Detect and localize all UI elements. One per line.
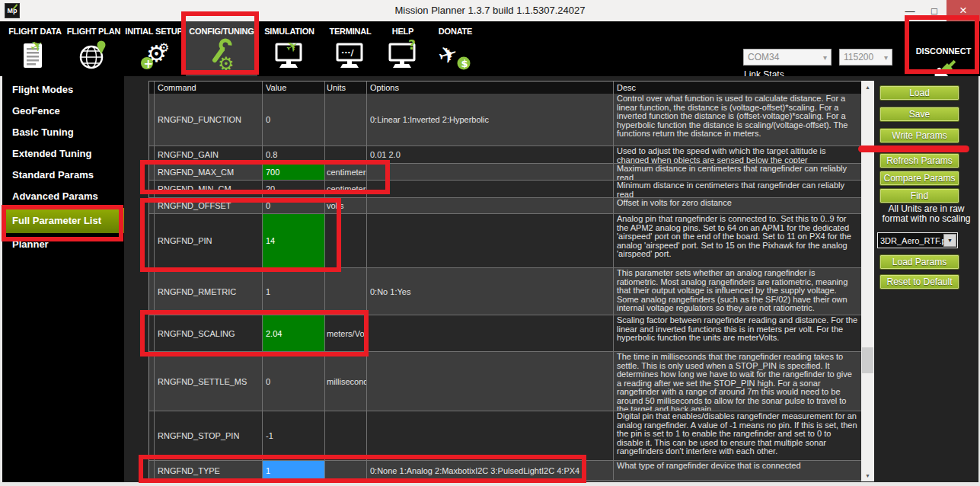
command-cell: RNGFND_PIN [155, 214, 263, 267]
param-row[interactable]: RNGFND_OFFSET 0 volts Offset in volts fo… [149, 197, 861, 213]
desc-cell: The time in milliseconds that the rangef… [614, 352, 861, 411]
row-header-cell [149, 164, 155, 180]
tab-flight-data[interactable]: FLIGHT DATA ✈ [5, 21, 65, 76]
tab-config-tuning[interactable]: CONFIG/TUNING ⚙ [186, 21, 257, 76]
options-cell [367, 411, 614, 460]
param-row[interactable]: RNGFND_GAIN 0.8 0.01 2.0 Used to adjust … [149, 145, 861, 163]
chevron-down-icon: ▾ [884, 53, 888, 62]
config-sidebar: Flight Modes GeoFence Basic Tuning Exten… [2, 76, 124, 482]
column-header-desc[interactable]: Desc [614, 82, 861, 94]
mission-planner-window: Mp Mission Planner 1.3.7 build 1.1.5307.… [0, 0, 980, 486]
sidebar-item-planner[interactable]: Planner [2, 234, 124, 255]
param-row[interactable]: RNGFND_MIN_CM 20 centimeters Minimum dis… [149, 180, 861, 197]
value-cell[interactable]: 700 [263, 164, 325, 180]
column-header-units[interactable]: Units [325, 82, 367, 94]
value-cell[interactable]: 20 [263, 181, 325, 197]
row-header-cell [149, 315, 155, 351]
param-file-value: 3DR_Aero_RTF.p [878, 236, 943, 245]
table-scrollbar[interactable]: ▲ ▼ [861, 81, 874, 481]
svg-text:⚙: ⚙ [158, 40, 169, 55]
value-cell[interactable]: 0 [263, 352, 325, 411]
row-header-cell [149, 411, 155, 460]
minimize-button[interactable]: — [898, 0, 922, 21]
param-row[interactable]: RNGFND_MAX_CM 700 centimeters Maximum di… [149, 163, 861, 180]
simulation-icon: ✈ [257, 37, 321, 75]
desc-cell: Control over what function is used to ca… [614, 94, 861, 145]
svg-text:$: $ [461, 58, 468, 69]
units-cell: volts [325, 198, 367, 213]
param-row[interactable]: RNGFND_TYPE 1 0:None 1:Analog 2:Maxbotix… [149, 460, 861, 480]
maximize-button[interactable]: □ [922, 0, 946, 21]
write-params-button[interactable]: Write Params [879, 128, 959, 143]
main-nav-bar: FLIGHT DATA ✈ FLIGHT PLAN [0, 21, 980, 76]
tab-initial-setup[interactable]: INITIAL SETUP ⚙ ⚙ + [122, 21, 186, 76]
svg-text:···/: ···/ [341, 48, 355, 58]
desc-cell: Digital pin that enables/disables rangef… [614, 411, 861, 460]
column-header-command[interactable]: Command [155, 82, 263, 94]
param-row[interactable]: RNGFND_STOP_PIN -1 Digital pin that enab… [149, 411, 861, 460]
options-cell [367, 198, 614, 213]
param-row[interactable]: RNGFND_PIN 14 Analog pin that rangefinde… [149, 213, 861, 267]
param-row[interactable]: RNGFND_SCALING 2.04 meters/Volt Scaling … [149, 315, 861, 351]
com-port-select[interactable]: COM34 ▾ [743, 49, 832, 66]
value-cell[interactable]: -1 [263, 411, 325, 460]
desc-cell: This parameter sets whether an analog ra… [614, 268, 861, 315]
command-cell: RNGFND_MAX_CM [155, 164, 263, 180]
row-header-cell [149, 181, 155, 197]
row-header-cell [149, 214, 155, 267]
sidebar-item-full-parameter-list[interactable]: Full Parameter List [2, 208, 124, 233]
dropdown-arrow-icon: ▼ [943, 234, 956, 247]
compare-params-button[interactable]: Compare Params [879, 171, 959, 186]
param-row[interactable]: RNGFND_SETTLE_MS 0 milliseconds The time… [149, 351, 861, 411]
window-border-bottom [0, 482, 980, 486]
units-cell [325, 94, 367, 145]
sidebar-item-basic-tuning[interactable]: Basic Tuning [2, 122, 124, 143]
sidebar-item-advanced-params[interactable]: Advanced Params [2, 186, 124, 207]
command-cell: RNGFND_STOP_PIN [155, 411, 263, 460]
value-cell[interactable]: 1 [263, 461, 325, 480]
sidebar-item-standard-params[interactable]: Standard Params [2, 165, 124, 186]
tab-donate[interactable]: DONATE ✈ $ [426, 21, 484, 76]
svg-text:✈: ✈ [435, 39, 461, 70]
table-body: RNGFND_FUNCTION 0 0:Linear 1:Inverted 2:… [149, 94, 861, 480]
value-cell[interactable]: 1 [263, 268, 325, 315]
value-cell[interactable]: 2.04 [263, 315, 325, 351]
command-cell: RNGFND_OFFSET [155, 198, 263, 213]
param-row[interactable]: RNGFND_FUNCTION 0 0:Linear 1:Inverted 2:… [149, 94, 861, 145]
full-parameter-table: Command Value Units Options Desc RNGFND_… [148, 81, 861, 481]
find-button[interactable]: Find [879, 188, 959, 203]
command-cell: RNGFND_MIN_CM [155, 181, 263, 197]
refresh-params-button[interactable]: Refresh Params [879, 153, 959, 168]
sidebar-item-geofence[interactable]: GeoFence [2, 101, 124, 122]
load-params-button[interactable]: Load Params [879, 254, 959, 270]
param-file-dropdown[interactable]: 3DR_Aero_RTF.p ▼ [877, 232, 958, 248]
close-button[interactable]: × [946, 0, 980, 21]
load-button[interactable]: Load [879, 85, 959, 101]
svg-text:?: ? [408, 37, 416, 53]
save-button[interactable]: Save [879, 107, 959, 122]
value-cell[interactable]: 0 [263, 94, 325, 145]
tab-terminal[interactable]: TERMINAL ···/ [321, 21, 379, 76]
tab-simulation[interactable]: SIMULATION ✈ [257, 21, 321, 76]
units-cell [325, 411, 367, 460]
config-tuning-icon: ⚙ [186, 37, 257, 75]
sidebar-item-extended-tuning[interactable]: Extended Tuning [2, 143, 124, 165]
svg-text:+: + [144, 57, 154, 71]
desc-cell: Minimum distance in centimeters that ran… [614, 181, 861, 197]
reset-to-default-button[interactable]: Reset to Default [879, 274, 959, 289]
scroll-up-icon[interactable]: ▲ [861, 81, 874, 93]
flight-plan-icon [65, 37, 122, 75]
help-icon: ? [379, 37, 426, 75]
sidebar-item-flight-modes[interactable]: Flight Modes [2, 79, 124, 101]
tab-flight-plan[interactable]: FLIGHT PLAN [65, 21, 122, 76]
baud-rate-select[interactable]: 115200 ▾ [839, 49, 892, 66]
tab-help[interactable]: HELP ? [379, 21, 426, 76]
scrollbar-thumb[interactable] [862, 347, 873, 373]
value-cell[interactable]: 14 [263, 214, 325, 267]
value-cell[interactable]: 0 [263, 198, 325, 213]
column-header-value[interactable]: Value [263, 82, 325, 94]
value-cell[interactable]: 0.8 [263, 146, 325, 163]
param-row[interactable]: RNGFND_RMETRIC 1 0:No 1:Yes This paramet… [149, 267, 861, 315]
column-header-options[interactable]: Options [367, 82, 614, 94]
scroll-down-icon[interactable]: ▼ [861, 469, 874, 481]
